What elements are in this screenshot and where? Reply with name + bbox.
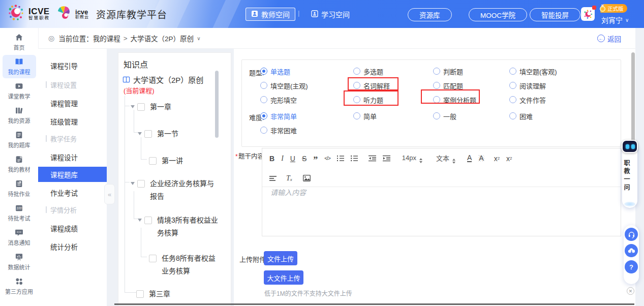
qtype-label[interactable]: 填空题(主观)	[270, 81, 308, 90]
caret-down-icon[interactable]	[131, 105, 135, 108]
tree-node-section1[interactable]: 第一节	[138, 128, 224, 140]
font-size-select[interactable]: 14px	[402, 154, 422, 163]
sidebar-item-my-courses[interactable]: 我的课程	[3, 55, 36, 78]
checkbox[interactable]	[137, 180, 145, 188]
submenu-item-homework-exam[interactable]: 作业考试	[38, 185, 107, 200]
radio-icon[interactable]	[260, 127, 267, 134]
breadcrumb-parent-link[interactable]: 我的课程	[93, 33, 120, 43]
difficulty-option-label[interactable]: 简单	[363, 111, 377, 121]
checkbox[interactable]	[149, 255, 157, 262]
bold-icon[interactable]: B	[269, 155, 274, 163]
big-file-upload-button[interactable]: 大文件上传	[264, 270, 303, 285]
download-button[interactable]	[625, 244, 638, 257]
submenu-item-course-question-bank[interactable]: 课程题库	[38, 167, 107, 182]
tree-node-chapter3[interactable]: 第三章	[136, 288, 220, 300]
difficulty-option-medium[interactable]: 一般	[433, 109, 509, 123]
difficulty-option-hard[interactable]: 困难	[509, 109, 596, 123]
difficulty-option-very-easy[interactable]: 非常简单	[260, 109, 353, 123]
stepper-arrows-icon[interactable]	[419, 158, 422, 163]
unordered-list-icon[interactable]	[351, 155, 358, 162]
stepper-arrows-icon[interactable]	[452, 159, 455, 164]
caret-down-icon[interactable]	[131, 182, 135, 185]
qtype-option-fill-blank-objective[interactable]: 填空题(客观)	[509, 64, 596, 78]
qtype-label[interactable]: 填空题(客观)	[519, 67, 557, 76]
tree-node-chapter1[interactable]: 第一章	[131, 101, 221, 113]
radio-selected-icon[interactable]	[260, 112, 267, 119]
qtype-option-multiple-choice[interactable]: 多选题	[353, 64, 433, 78]
qtype-option-cloze[interactable]: 完形填空	[260, 93, 353, 107]
checkbox[interactable]	[136, 290, 144, 298]
page-scrollbar-thumb[interactable]	[631, 52, 635, 145]
submenu-item-course-grades[interactable]: 课程成绩	[38, 221, 107, 236]
outdent-icon[interactable]	[369, 155, 376, 162]
ordered-list-icon[interactable]	[337, 155, 344, 162]
sidebar-item-my-textbooks[interactable]: 我的教材	[3, 152, 36, 176]
qtype-label[interactable]: 判断题	[443, 67, 463, 76]
tree-node-business-accounting[interactable]: 企业经济业务核算与报告	[131, 177, 217, 203]
submenu-item-course-design[interactable]: 课程设计	[38, 149, 107, 165]
radio-icon[interactable]	[433, 68, 440, 75]
nav-learn-space[interactable]: 学习空间	[311, 8, 350, 21]
radio-selected-icon[interactable]	[260, 68, 267, 75]
qtype-option-file-answer[interactable]: 文件作答	[509, 93, 596, 107]
resource-library-button[interactable]: 资源库	[408, 8, 452, 21]
customer-service-button[interactable]	[625, 228, 638, 241]
editor-placeholder[interactable]: 请输入内容	[270, 187, 306, 197]
font-family-select[interactable]: 文本	[436, 153, 455, 164]
breadcrumb-current[interactable]: 大学语文（2P）原创	[131, 33, 194, 43]
tree-node-scenario3[interactable]: 情境3所有者权益业务核算	[138, 214, 223, 239]
radio-icon[interactable]	[353, 112, 360, 119]
checkbox[interactable]	[144, 130, 152, 138]
sidebar-item-my-question-bank[interactable]: 我的题库	[3, 128, 36, 151]
caret-down-icon[interactable]	[138, 132, 142, 135]
sidebar-item-notifications[interactable]: 消息通知	[3, 226, 36, 249]
tree-node-label[interactable]: 第三章	[149, 288, 220, 300]
qtype-option-true-false[interactable]: 判断题	[433, 64, 509, 78]
submenu-item-course-guide[interactable]: 课程引导	[38, 58, 107, 73]
qtype-option-reading-comprehension[interactable]: 阅读理解	[509, 78, 596, 93]
user-avatar[interactable]	[581, 7, 595, 21]
radio-icon[interactable]	[433, 82, 440, 89]
sidebar-item-classroom-teaching[interactable]: 课堂教学	[3, 79, 36, 103]
nav-teacher-space[interactable]: 教师空间	[246, 8, 295, 21]
radio-icon[interactable]	[353, 68, 360, 75]
smart-cast-button[interactable]: 智能投屏	[530, 8, 580, 21]
sidebar-item-home[interactable]: 首页	[3, 30, 36, 54]
submenu-item-class-management[interactable]: 班级管理	[38, 114, 107, 129]
radio-icon[interactable]	[260, 82, 267, 89]
difficulty-option-label[interactable]: 非常困难	[270, 126, 297, 135]
breadcrumb-dropdown-icon[interactable]: ∨	[197, 36, 200, 41]
checkbox[interactable]	[149, 157, 157, 165]
subscript-icon[interactable]: x2	[494, 155, 500, 163]
tree-node-label[interactable]: 第一节	[157, 128, 224, 140]
superscript-icon[interactable]: x2	[506, 155, 512, 163]
radio-icon[interactable]	[260, 96, 267, 103]
ai-assistant-widget[interactable]: 职教一问	[622, 143, 637, 208]
sidebar-item-pending-exams[interactable]: 100 待批考试	[3, 201, 36, 225]
tree-root-node[interactable]: 大学语文（2P）原创	[122, 74, 203, 85]
mooc-academy-button[interactable]: MOOC学院	[469, 8, 527, 21]
tree-node-task8[interactable]: 任务8所有者权益业务核算	[149, 252, 220, 278]
blockquote-icon[interactable]: ”	[313, 158, 318, 163]
highlight-color-icon[interactable]: A	[478, 155, 484, 162]
radio-icon[interactable]	[509, 96, 516, 103]
font-color-icon[interactable]: A	[467, 155, 472, 162]
submenu-item-course-management[interactable]: 课程管理	[38, 96, 107, 111]
tree-node-lecture1[interactable]: 第一讲	[149, 155, 227, 167]
qtype-label[interactable]: 文件作答	[519, 95, 546, 105]
qtype-label[interactable]: 完形填空	[270, 95, 297, 105]
radio-icon[interactable]	[509, 68, 516, 75]
qtype-label[interactable]: 阅读理解	[519, 81, 546, 90]
user-menu[interactable]: 刘宵宁 ∨	[601, 15, 629, 25]
align-icon[interactable]	[269, 175, 277, 181]
sidebar-collapse-button[interactable]: «	[104, 184, 115, 204]
difficulty-option-label[interactable]: 困难	[519, 111, 533, 121]
qtype-label[interactable]: 匹配题	[443, 81, 463, 90]
difficulty-option-easy[interactable]: 简单	[353, 109, 433, 123]
clear-format-icon[interactable]: Tx	[286, 173, 292, 183]
insert-image-icon[interactable]	[303, 175, 311, 181]
radio-icon[interactable]	[509, 82, 516, 89]
radio-icon[interactable]	[509, 112, 516, 119]
caret-down-icon[interactable]	[138, 219, 142, 222]
difficulty-option-label[interactable]: 非常简单	[270, 111, 297, 121]
